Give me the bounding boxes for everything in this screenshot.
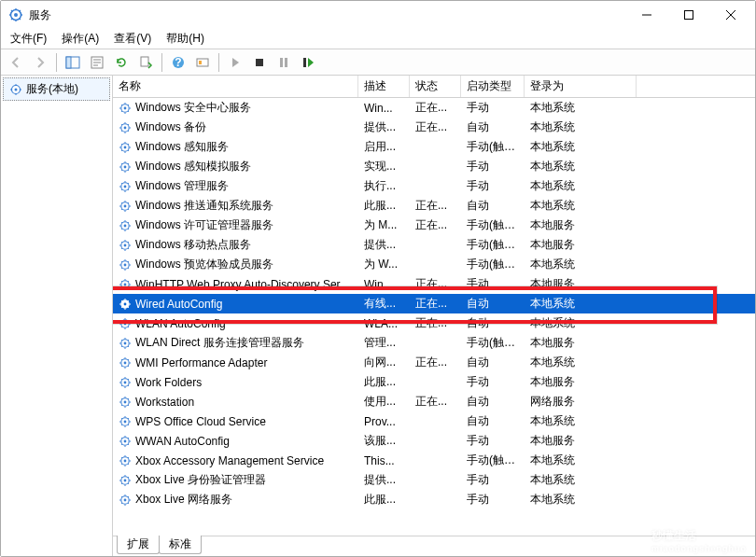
- table-row[interactable]: WLAN AutoConfigWLA...正在...自动本地系统: [113, 313, 755, 333]
- col-header-startup[interactable]: 启动类型: [461, 76, 525, 97]
- tree-root-item[interactable]: 服务(本地): [3, 77, 110, 101]
- forward-button[interactable]: [29, 51, 51, 74]
- svg-rect-4: [66, 57, 71, 68]
- cell-logon: 本地服务: [525, 276, 637, 292]
- col-header-desc[interactable]: 描述: [358, 76, 410, 97]
- cell-name: Work Folders: [113, 376, 358, 389]
- cell-desc: Win...: [358, 278, 410, 291]
- cell-desc: 此服...: [358, 198, 410, 214]
- cell-status: 正在...: [410, 355, 461, 370]
- gear-icon: [119, 337, 132, 350]
- tab-standard[interactable]: 标准: [159, 536, 202, 554]
- menu-file[interactable]: 文件(F): [3, 29, 54, 49]
- toolbar: ?: [1, 49, 755, 76]
- gear-icon: [119, 317, 132, 330]
- table-row[interactable]: Windows 感知模拟服务实现...手动本地系统: [113, 157, 755, 176]
- cell-desc: Prov...: [358, 415, 410, 428]
- table-row[interactable]: Xbox Live 网络服务此服...手动本地系统: [113, 490, 755, 509]
- cell-desc: 该服...: [358, 433, 410, 449]
- gear-icon: [119, 180, 132, 193]
- export-list-button[interactable]: [134, 51, 157, 74]
- service-name: Work Folders: [135, 376, 202, 389]
- table-row[interactable]: Windows 感知服务启用...手动(触发...本地系统: [113, 137, 755, 157]
- cell-status: 正在...: [410, 296, 461, 312]
- menu-help[interactable]: 帮助(H): [159, 29, 212, 49]
- table-row[interactable]: Windows 预览体验成员服务为 W...手动(触发...本地系统: [113, 255, 755, 274]
- table-row[interactable]: Xbox Live 身份验证管理器提供...手动本地系统: [113, 470, 755, 490]
- minimize-button[interactable]: [625, 2, 667, 28]
- status-icon-button[interactable]: [191, 51, 214, 74]
- cell-name: Windows 备份: [113, 119, 358, 135]
- maximize-button[interactable]: [667, 2, 709, 28]
- table-row[interactable]: Windows 移动热点服务提供...手动(触发...本地服务: [113, 235, 755, 255]
- table-row[interactable]: WinHTTP Web Proxy Auto-Discovery Ser...W…: [113, 274, 755, 294]
- svg-point-56: [124, 479, 127, 481]
- cell-desc: 管理...: [358, 335, 410, 351]
- list-header: 名称 描述 状态 启动类型 登录为: [113, 76, 755, 98]
- table-row[interactable]: Windows 备份提供...正在...自动本地系统: [113, 118, 755, 137]
- svg-rect-2: [684, 11, 693, 20]
- cell-startup: 手动: [461, 472, 525, 488]
- cell-desc: 为 W...: [358, 257, 410, 272]
- menu-view[interactable]: 查看(V): [106, 29, 159, 49]
- cell-startup: 手动: [461, 276, 525, 292]
- cell-logon: 本地系统: [525, 453, 637, 468]
- table-row[interactable]: WWAN AutoConfig该服...手动本地服务: [113, 431, 755, 451]
- cell-startup: 手动(触发...: [461, 335, 525, 351]
- cell-startup: 自动: [461, 394, 525, 410]
- details-pane: 名称 描述 状态 启动类型 登录为 Windows 安全中心服务Win...正在…: [113, 76, 755, 556]
- cell-name: Wired AutoConfig: [113, 298, 358, 311]
- cell-startup: 手动(触发...: [461, 237, 525, 253]
- service-name: Windows 许可证管理器服务: [135, 217, 273, 233]
- cell-desc: 使用...: [358, 394, 410, 410]
- gear-icon: [119, 102, 132, 115]
- restart-service-button[interactable]: [297, 51, 319, 74]
- table-row[interactable]: Windows 管理服务执行...手动本地系统: [113, 176, 755, 196]
- svg-point-50: [124, 420, 127, 423]
- back-button[interactable]: [5, 51, 27, 74]
- cell-desc: 有线...: [358, 296, 410, 312]
- cell-name: Windows 推送通知系统服务: [113, 198, 358, 214]
- table-row[interactable]: Xbox Accessory Management ServiceThis...…: [113, 451, 755, 470]
- show-hide-console-tree-button[interactable]: [62, 51, 84, 74]
- toolbar-separator: [218, 53, 219, 72]
- svg-rect-11: [256, 59, 263, 66]
- stop-service-button[interactable]: [248, 51, 271, 74]
- table-row[interactable]: Work Folders此服...手动本地服务: [113, 372, 755, 392]
- pause-service-button[interactable]: [273, 51, 295, 74]
- table-row[interactable]: WMI Performance Adapter向网...正在...自动本地系统: [113, 353, 755, 372]
- svg-point-32: [124, 244, 127, 246]
- col-header-logon[interactable]: 登录为: [525, 76, 637, 97]
- gear-icon: [119, 396, 132, 409]
- table-row[interactable]: Windows 许可证管理器服务为 M...正在...手动(触发...本地服务: [113, 216, 755, 235]
- table-row[interactable]: Workstation使用...正在...自动网络服务: [113, 392, 755, 411]
- main-body: 服务(本地) 名称 描述 状态 启动类型 登录为 Windows 安全中心服务W…: [1, 76, 755, 556]
- properties-button[interactable]: [86, 51, 108, 74]
- help-button[interactable]: ?: [167, 51, 189, 74]
- cell-logon: 本地系统: [525, 257, 637, 272]
- services-list[interactable]: 名称 描述 状态 启动类型 登录为 Windows 安全中心服务Win...正在…: [113, 76, 755, 536]
- close-button[interactable]: [709, 2, 751, 28]
- table-row[interactable]: Windows 安全中心服务Win...正在...手动本地系统: [113, 98, 755, 118]
- gear-icon: [119, 160, 132, 174]
- cell-startup: 手动(触发...: [461, 257, 525, 272]
- tab-extended[interactable]: 扩展: [117, 536, 160, 554]
- cell-startup: 手动: [461, 433, 525, 449]
- cell-startup: 自动: [461, 119, 525, 135]
- col-header-status[interactable]: 状态: [410, 76, 461, 97]
- start-service-button[interactable]: [224, 51, 246, 74]
- toolbar-separator: [161, 53, 162, 72]
- cell-name: Windows 预览体验成员服务: [113, 257, 358, 272]
- svg-rect-9: [197, 59, 208, 66]
- gear-icon: [119, 298, 132, 311]
- cell-desc: 启用...: [358, 139, 410, 155]
- menu-action[interactable]: 操作(A): [54, 29, 106, 49]
- col-header-name[interactable]: 名称: [113, 76, 358, 97]
- table-row[interactable]: WPS Office Cloud ServiceProv...自动本地系统: [113, 411, 755, 431]
- table-row[interactable]: Windows 推送通知系统服务此服...正在...自动本地系统: [113, 196, 755, 216]
- table-row[interactable]: WLAN Direct 服务连接管理器服务管理...手动(触发...本地服务: [113, 333, 755, 353]
- refresh-button[interactable]: [110, 51, 133, 74]
- tree-pane: 服务(本地): [1, 76, 113, 556]
- service-name: WinHTTP Web Proxy Auto-Discovery Ser...: [135, 278, 349, 291]
- table-row[interactable]: Wired AutoConfig有线...正在...自动本地系统: [113, 294, 755, 313]
